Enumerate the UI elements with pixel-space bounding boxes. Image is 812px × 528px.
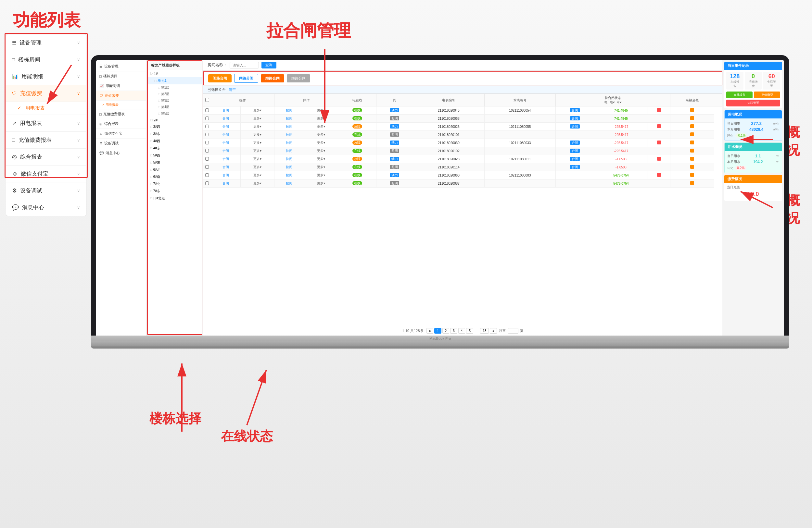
more-action2-6[interactable]: 更多▾ xyxy=(317,149,325,152)
tree-item-f1[interactable]: □ 第1层 xyxy=(148,85,202,91)
page-4[interactable]: 4 xyxy=(458,328,465,334)
row-checkbox-9[interactable] xyxy=(205,173,209,177)
more-action-1[interactable]: 更多▾ xyxy=(253,108,261,112)
more-action-13[interactable]: 更多▾ xyxy=(253,157,261,161)
tree-item-4s[interactable]: □ 4#西 xyxy=(148,138,202,145)
inner-sidebar-message[interactable]: 💬消息中心 xyxy=(96,148,146,158)
inner-sidebar-comprehensive[interactable]: ◎综合报表 xyxy=(96,119,146,129)
inner-sidebar-report[interactable]: □充值缴费报表 xyxy=(96,109,146,119)
more-action-19[interactable]: 更多▾ xyxy=(253,181,261,185)
tree-item-2f[interactable]: □2# xyxy=(148,117,202,123)
sidebar-item-device[interactable]: ☰ 设备管理 ∨ xyxy=(6,34,86,51)
pull-action-7[interactable]: 拉闸 xyxy=(286,157,292,161)
pull-action-9[interactable]: 拉闸 xyxy=(286,173,292,177)
sidebar-item-debug[interactable]: ⚙ 设备调试 ∨ xyxy=(6,182,86,199)
event-btn-alert[interactable]: 失联警置 xyxy=(726,100,780,106)
inner-sidebar-device[interactable]: ☰设备管理 xyxy=(96,62,146,71)
close-action-10[interactable]: 合闸 xyxy=(222,181,229,185)
sidebar-item-message[interactable]: 💬 消息中心 ∨ xyxy=(6,199,86,216)
close-action-7[interactable]: 合闸 xyxy=(222,157,229,161)
pull-action-3[interactable]: 拉闸 xyxy=(286,125,292,128)
pull-action-2[interactable]: 拉闸 xyxy=(286,117,292,120)
tree-item-5w[interactable]: □ 5#西 xyxy=(148,152,202,159)
more-action2-4[interactable]: 更多▾ xyxy=(317,133,325,136)
tree-item-1f[interactable]: ▷1# xyxy=(148,70,202,77)
pull-action-10[interactable]: 拉闸 xyxy=(286,181,292,185)
more-action-5[interactable]: 更多▾ xyxy=(253,125,261,128)
sidebar-sub-ele[interactable]: ✓ 用电报表 xyxy=(6,102,86,115)
page-13[interactable]: 13 xyxy=(480,328,489,334)
row-checkbox-2[interactable] xyxy=(205,117,209,120)
page-jump-input[interactable] xyxy=(508,328,518,334)
event-btn-online[interactable]: 在线设备 xyxy=(726,91,753,98)
tree-item-7e[interactable]: □ 7#东 xyxy=(148,187,202,195)
tree-item-6n[interactable]: □ 6#北 xyxy=(148,166,202,173)
search-input[interactable] xyxy=(230,62,259,69)
more-action2-5[interactable]: 更多▾ xyxy=(317,141,325,145)
page-3[interactable]: 3 xyxy=(450,328,457,334)
more-action2-1[interactable]: 更多▾ xyxy=(317,108,325,112)
more-action2-9[interactable]: 更多▾ xyxy=(317,173,325,177)
more-action-15[interactable]: 更多▾ xyxy=(253,165,261,169)
close-action-9[interactable]: 合闸 xyxy=(222,173,229,177)
sidebar-item-elereport[interactable]: ↗ 用电报表 ∨ xyxy=(6,115,86,132)
open-gate-button[interactable]: 闸路分闸 xyxy=(234,74,258,83)
row-checkbox-3[interactable] xyxy=(205,125,209,128)
tree-item-7n[interactable]: □ 7#北 xyxy=(148,180,202,187)
tree-item-5e[interactable]: □ 5#东 xyxy=(148,159,202,166)
row-checkbox-7[interactable] xyxy=(205,157,209,161)
tree-item-3e[interactable]: □ 3#东 xyxy=(148,131,202,138)
prev-page[interactable]: « xyxy=(426,328,434,334)
close-action-3[interactable]: 合闸 xyxy=(222,125,229,128)
more-action-11[interactable]: 更多▾ xyxy=(253,149,261,152)
pull-action-6[interactable]: 拉闸 xyxy=(286,149,292,152)
more-action2-3[interactable]: 更多▾ xyxy=(317,125,325,128)
close-action-8[interactable]: 合闸 xyxy=(222,165,229,169)
event-btn-charge[interactable]: 充值缴费 xyxy=(754,91,780,98)
tree-item-f3[interactable]: □ 第3层 xyxy=(148,97,202,104)
close-action-6[interactable]: 合闸 xyxy=(222,149,229,152)
pull-action-5[interactable]: 拉闸 xyxy=(286,141,292,145)
page-2[interactable]: 2 xyxy=(443,328,450,334)
page-1[interactable]: 1 xyxy=(434,328,441,334)
page-5[interactable]: 5 xyxy=(466,328,473,334)
restart-gate-button[interactable]: 继路合闸 xyxy=(261,74,284,82)
pull-action-1[interactable]: 拉闸 xyxy=(286,108,292,112)
more-action-3[interactable]: 更多▾ xyxy=(253,117,261,120)
close-gate-button[interactable]: 闸路合闸 xyxy=(208,74,232,82)
inner-sidebar-elereport-sub[interactable]: ✓ 用电报表 xyxy=(96,101,146,109)
search-button[interactable]: 查询 xyxy=(261,62,276,69)
tree-item-7-3[interactable]: □ 口#北化 xyxy=(148,195,202,202)
row-checkbox-10[interactable] xyxy=(205,181,209,185)
tree-item-f4[interactable]: □ 第4层 xyxy=(148,104,202,110)
tree-item-3w[interactable]: □ 3#西 xyxy=(148,123,202,131)
more-action2-8[interactable]: 更多▾ xyxy=(317,165,325,169)
row-checkbox-1[interactable] xyxy=(205,108,209,112)
more-action-17[interactable]: 更多▾ xyxy=(253,173,261,177)
inner-sidebar-building[interactable]: □楼栋房间 xyxy=(96,71,146,81)
more-action-9[interactable]: 更多▾ xyxy=(253,141,261,145)
more-action2-10[interactable]: 更多▾ xyxy=(317,181,325,185)
close-action-1[interactable]: 合闸 xyxy=(222,108,229,112)
pull-action-8[interactable]: 拉闸 xyxy=(286,165,292,169)
row-checkbox-8[interactable] xyxy=(205,165,209,169)
tree-item-f2[interactable]: □ 第2层 xyxy=(148,91,202,97)
more-action2-7[interactable]: 更多▾ xyxy=(317,157,325,161)
tree-item-unit1[interactable]: □单元1 xyxy=(148,77,202,85)
close-action-2[interactable]: 合闸 xyxy=(222,117,229,120)
inner-sidebar-debug[interactable]: ⚙设备调试 xyxy=(96,139,146,148)
sidebar-item-recharge[interactable]: 🛡 充值缴费 ∨ xyxy=(6,85,86,102)
tree-item-4e[interactable]: □ 4#东 xyxy=(148,145,202,152)
sidebar-item-rechargereport[interactable]: □ 充值缴费报表 ∨ xyxy=(6,132,86,149)
row-checkbox-4[interactable] xyxy=(205,133,209,136)
clear-link[interactable]: 清空 xyxy=(229,88,236,91)
tree-item-6m[interactable]: □ 6#南 xyxy=(148,173,202,180)
sidebar-item-wechat[interactable]: ☺ 微信支付宝 ∨ xyxy=(6,166,86,182)
row-checkbox-5[interactable] xyxy=(205,141,209,145)
inner-sidebar-wechat[interactable]: ☺微信支付宝 xyxy=(96,129,146,139)
sidebar-item-comprehensive[interactable]: ◎ 综合报表 ∨ xyxy=(6,149,86,166)
inner-sidebar-energy[interactable]: 📈用能明细 xyxy=(96,81,146,91)
more-action-7[interactable]: 更多▾ xyxy=(253,133,261,136)
more-action2-2[interactable]: 更多▾ xyxy=(317,117,325,120)
close-action-5[interactable]: 合闸 xyxy=(222,141,229,145)
